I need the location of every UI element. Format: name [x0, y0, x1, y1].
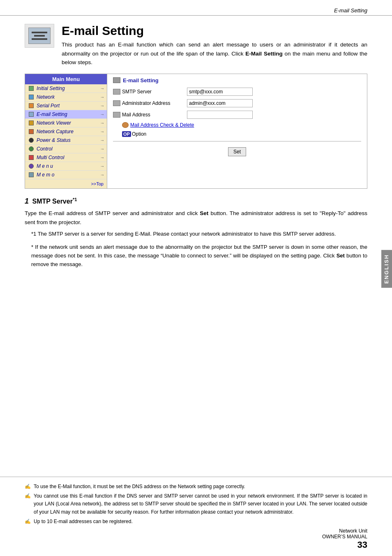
- op-option-text: Option: [132, 131, 146, 137]
- sidebar-item-initial-setting[interactable]: Initial Setting →: [25, 84, 107, 93]
- section-number: 1: [25, 197, 29, 205]
- email-title-icon: [113, 77, 120, 83]
- menu-sq-icon: [29, 164, 34, 169]
- sidebar-item-label: Network Viewer: [37, 120, 71, 126]
- arrow-icon: →: [100, 120, 104, 125]
- multi-control-icon: [28, 155, 35, 160]
- content-title-text: E-mail Setting: [123, 77, 159, 83]
- set-button-area: Set: [113, 146, 361, 160]
- top-link[interactable]: >>Top: [91, 181, 104, 186]
- arrow-icon: →: [100, 103, 104, 108]
- sidebar-item-network-viewer[interactable]: Network Viewer →: [25, 119, 107, 127]
- english-side-tab: ENGLISH: [381, 250, 392, 288]
- section1-heading: 1 SMTP Server*1: [25, 197, 367, 206]
- email-setting-icon: [28, 111, 35, 117]
- initial-setting-icon: [28, 86, 35, 91]
- mail-address-check-link[interactable]: Mail Address Check & Delete: [122, 122, 194, 128]
- sidebar-item-menu[interactable]: M e n u →: [25, 162, 107, 171]
- sidebar-item-email-setting[interactable]: E-mail Setting →: [25, 110, 107, 119]
- section1-title: SMTP Server: [32, 198, 72, 205]
- bottom-notes: To use the E-Mail function, it must be s…: [0, 477, 392, 531]
- footer-label2: OWNER’S MANUAL: [322, 534, 367, 540]
- note2-bold: Set: [337, 253, 345, 259]
- mail-address-row: Mail Address: [113, 111, 361, 119]
- page-footer: Network Unit OWNER’S MANUAL 33: [322, 528, 367, 550]
- title-icon: [25, 24, 54, 48]
- sidebar-item-label: Serial Port: [37, 103, 60, 109]
- section1-note1: *1 The SMTP server is a server for sendi…: [31, 230, 367, 239]
- sidebar-item-control[interactable]: Control →: [25, 145, 107, 153]
- sidebar-item-label: E-mail Setting: [37, 111, 67, 117]
- menu-icon: [28, 163, 35, 169]
- sidebar-item-network-capture[interactable]: Network Capture →: [25, 127, 107, 136]
- arrow-icon: →: [100, 155, 104, 160]
- power-status-icon: [28, 137, 35, 143]
- title-text-block: E-mail Setting This product has an E-mai…: [62, 24, 367, 67]
- sidebar-item-label: M e n u: [37, 163, 53, 169]
- network-viewer-icon: [28, 120, 35, 126]
- sidebar-item-label: Network: [37, 94, 55, 100]
- sidebar-item-label: Multi Control: [37, 155, 64, 160]
- section1-para1: Type the E-mail address of SMTP server a…: [25, 209, 367, 227]
- mockup-content-title: E-mail Setting: [113, 77, 361, 83]
- arrow-icon: →: [100, 86, 104, 91]
- check-link-text: Mail Address Check & Delete: [130, 122, 194, 128]
- sidebar-item-label: Control: [37, 146, 53, 152]
- sidebar-item-label: Power & Status: [37, 137, 71, 143]
- smtp-server-input[interactable]: [187, 88, 253, 96]
- bottom-note-2: You cannot use this E-mail function if t…: [25, 492, 367, 516]
- intro-bold: E-Mail Setting: [245, 51, 282, 57]
- ui-mockup: Main Menu Initial Setting → Network →: [25, 74, 367, 189]
- email-sq-icon: [29, 112, 34, 117]
- smtp-server-row: SMTP Server: [113, 88, 361, 96]
- gear-icon: [29, 86, 34, 91]
- admin-address-input[interactable]: [187, 99, 253, 107]
- admin-address-row: Administrator Address: [113, 99, 361, 107]
- network-icon: [28, 94, 35, 100]
- network-capture-icon: [28, 129, 35, 134]
- sidebar-item-network[interactable]: Network →: [25, 93, 107, 102]
- set-button[interactable]: Set: [228, 147, 246, 156]
- mail-label: Mail Address: [113, 112, 187, 118]
- section1-before: Type the E-mail address of SMTP server a…: [25, 210, 198, 216]
- sidebar-footer[interactable]: >>Top: [25, 179, 107, 188]
- section1-body: Type the E-mail address of SMTP server a…: [25, 209, 367, 269]
- control-icon: [28, 146, 35, 152]
- sidebar-item-serial-port[interactable]: Serial Port →: [25, 102, 107, 110]
- arrow-icon: →: [100, 146, 104, 151]
- mail-address-input[interactable]: [187, 111, 253, 119]
- note2-before: * If the network unit sends an alert mes…: [31, 244, 367, 259]
- section1-sup: *1: [73, 197, 77, 202]
- page-number: 33: [357, 540, 367, 550]
- port-sq-icon: [29, 103, 34, 108]
- admin-label-text: Administrator Address: [122, 100, 170, 106]
- mail-icon: [113, 112, 120, 118]
- op-option[interactable]: OP Option: [122, 131, 146, 137]
- admin-label: Administrator Address: [113, 100, 187, 106]
- bottom-note-3: Up to 10 E-mail addresses can be registe…: [25, 518, 367, 526]
- smtp-label: SMTP Server: [113, 89, 187, 95]
- op-badge: OP: [122, 131, 131, 137]
- sidebar-item-multi-control[interactable]: Multi Control →: [25, 153, 107, 162]
- sidebar-item-power-status[interactable]: Power & Status →: [25, 136, 107, 145]
- sidebar-item-label: Initial Setting: [37, 86, 65, 91]
- arrow-icon: →: [100, 95, 104, 100]
- serial-port-icon: [28, 103, 35, 109]
- capture-sq-icon: [29, 129, 34, 134]
- section1-note2: * If the network unit sends an alert mes…: [31, 243, 367, 269]
- network-sq-icon: [29, 95, 34, 100]
- sidebar-item-memo[interactable]: M e m o →: [25, 171, 107, 179]
- sidebar-item-label: M e m o: [37, 172, 54, 178]
- main-content: E-mail Setting This product has an E-mai…: [0, 20, 392, 279]
- arrow-icon: →: [100, 112, 104, 117]
- mockup-right-panel: E-mail Setting SMTP Server Administrator…: [107, 74, 367, 188]
- footer-label1: Network Unit: [322, 528, 367, 534]
- mockup-divider: [113, 141, 361, 141]
- multi-sq-icon: [29, 155, 34, 160]
- memo-sq-icon: [29, 172, 34, 177]
- mail-label-text: Mail Address: [122, 112, 150, 118]
- section1-bold: Set: [200, 210, 208, 216]
- intro-text: This product has an E-mail function whic…: [62, 40, 367, 67]
- arrow-icon: →: [100, 129, 104, 134]
- power-sq-icon: [29, 138, 34, 143]
